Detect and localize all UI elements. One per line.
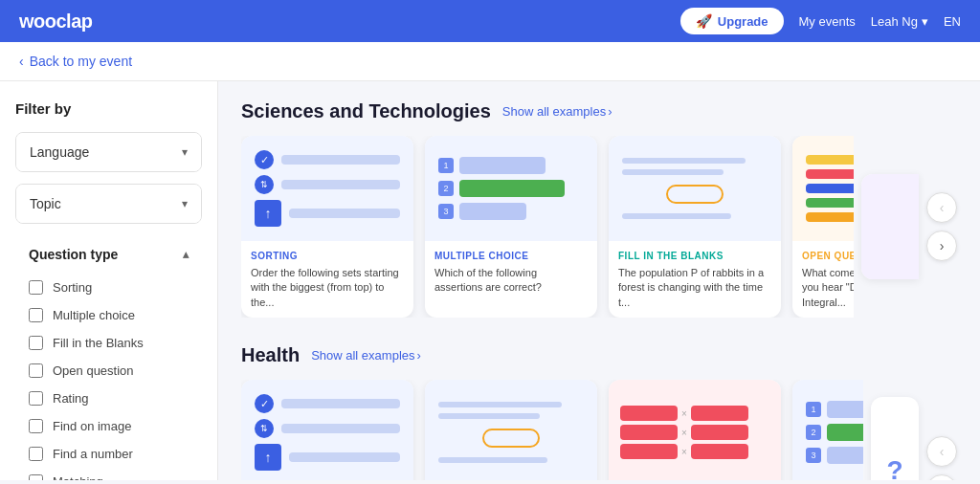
card-visual: 1 2 3 <box>792 380 863 480</box>
my-events-link[interactable]: My events <box>799 14 856 29</box>
chevron-left-icon: ‹ <box>19 54 24 69</box>
arrow-icon: ↑ <box>255 200 281 227</box>
card-visual: × × × <box>609 380 781 480</box>
checkbox-rating[interactable] <box>29 391 43 406</box>
card-description: The population P of rabbits in a forest … <box>618 266 771 310</box>
mc-num: 2 <box>806 425 821 440</box>
card-sorting-sciences[interactable]: ✓ ⇅ ↑ <box>241 136 413 318</box>
language-label: Language <box>30 144 89 160</box>
back-to-event-button[interactable]: ‹ Back to my event <box>19 54 132 69</box>
card-type: MULTIPLE CHOICE <box>434 251 588 261</box>
checkbox-item-find-on-image[interactable]: Find on image <box>15 412 202 440</box>
sciences-show-all[interactable]: Show all examples › <box>502 104 612 119</box>
mc-num: 1 <box>438 158 454 173</box>
card-type: OPEN QUESTION <box>802 251 854 261</box>
carousel-prev-button[interactable]: ‹ <box>926 192 957 223</box>
checkbox-matching[interactable] <box>29 474 43 480</box>
checkbox-list: SortingMultiple choiceFill in the Blanks… <box>15 274 202 480</box>
card-description: Which of the following assertions are co… <box>434 266 588 296</box>
card-info: FILL IN THE BLANKS The population P of r… <box>609 241 781 318</box>
checkbox-label-sorting: Sorting <box>53 280 92 295</box>
content-area: Sciences and Technologies Show all examp… <box>218 81 980 480</box>
language-filter-group: Language ▾ <box>15 132 202 172</box>
checkbox-find-on-image[interactable] <box>29 419 43 433</box>
card-visual <box>792 136 854 241</box>
checkbox-item-matching[interactable]: Matching <box>15 468 202 480</box>
check-icon: ✓ <box>255 150 274 169</box>
updown-icon: ⇅ <box>255 175 274 194</box>
question-type-header[interactable]: Question type ▴ <box>15 235 202 274</box>
topic-label: Topic <box>30 196 61 211</box>
mc-num: 3 <box>438 204 454 219</box>
card-description: What comes to your mind when you hear "D… <box>802 266 854 310</box>
carousel-next-button[interactable]: › <box>926 231 957 261</box>
connector-icon: × <box>681 408 687 419</box>
back-bar: ‹ Back to my event <box>0 42 980 81</box>
card-visual: ✓ ⇅ ↑ <box>241 136 413 241</box>
checkbox-label-find-a-number: Find a number <box>53 447 133 461</box>
topic-filter-header[interactable]: Topic ▾ <box>16 185 201 223</box>
card-matching-health[interactable]: × × × <box>609 380 781 480</box>
connector-icon: × <box>681 447 687 457</box>
card-visual <box>609 136 781 241</box>
user-menu[interactable]: Leah Ng ▾ <box>871 14 928 29</box>
card-sorting-health[interactable]: ✓ ⇅ ↑ <box>241 380 413 480</box>
upgrade-button[interactable]: 🚀 Upgrade <box>680 8 784 34</box>
sciences-cards: ✓ ⇅ ↑ <box>241 136 854 318</box>
checkbox-label-fill-blanks: Fill in the Blanks <box>53 336 144 350</box>
health-cards: ✓ ⇅ ↑ <box>241 380 863 480</box>
checkbox-multiple-choice[interactable] <box>29 308 43 322</box>
card-info: SORTING Order the following sets startin… <box>241 241 413 318</box>
sciences-section-header: Sciences and Technologies Show all examp… <box>241 100 957 122</box>
checkbox-open-question[interactable] <box>29 363 43 378</box>
card-fill-blanks-sciences[interactable]: FILL IN THE BLANKS The population P of r… <box>609 136 781 318</box>
mc-num: 2 <box>438 181 454 196</box>
chevron-down-icon: ▾ <box>182 197 188 210</box>
health-section-header: Health Show all examples › <box>241 344 957 366</box>
card-info: OPEN QUESTION What comes to your mind wh… <box>792 241 854 318</box>
carousel-next-button[interactable]: › <box>926 474 957 480</box>
sciences-title: Sciences and Technologies <box>241 100 491 122</box>
checkbox-item-multiple-choice[interactable]: Multiple choice <box>15 301 202 329</box>
chevron-right-icon: › <box>417 348 421 363</box>
health-title: Health <box>241 344 300 366</box>
chevron-up-icon: ▴ <box>183 248 189 261</box>
chevron-right-icon: › <box>608 104 612 119</box>
carousel-prev-button[interactable]: ‹ <box>926 436 957 467</box>
card-multiple-choice-health[interactable]: 1 2 3 <box>792 380 863 480</box>
checkbox-item-fill-blanks[interactable]: Fill in the Blanks <box>15 329 202 357</box>
health-cards-row: ✓ ⇅ ↑ <box>241 380 957 480</box>
main-layout: Filter by Language ▾ Topic ▾ Question ty… <box>0 81 980 480</box>
arrow-icon: ↑ <box>255 444 281 471</box>
health-show-all[interactable]: Show all examples › <box>311 348 421 363</box>
checkbox-find-a-number[interactable] <box>29 447 43 461</box>
card-visual <box>425 380 597 480</box>
question-type-label: Question type <box>29 247 118 262</box>
mc-num: 3 <box>806 448 821 463</box>
chevron-down-icon: ▾ <box>922 14 928 29</box>
checkbox-item-rating[interactable]: Rating <box>15 385 202 412</box>
card-multiple-choice-sciences[interactable]: 1 2 3 <box>425 136 597 318</box>
language-selector[interactable]: EN <box>944 14 961 29</box>
card-visual: ✓ ⇅ ↑ <box>241 380 413 480</box>
checkbox-sorting[interactable] <box>29 280 43 295</box>
card-visual: 1 2 3 <box>425 136 597 241</box>
label-partial-card: ? <box>871 397 919 480</box>
checkbox-item-find-a-number[interactable]: Find a number <box>15 440 202 468</box>
rocket-icon: 🚀 <box>696 13 712 29</box>
card-fill-blanks-health[interactable]: FILL IN THE BLANKS Complete the sentence… <box>425 380 597 480</box>
checkbox-item-sorting[interactable]: Sorting <box>15 274 202 301</box>
card-type: SORTING <box>251 251 404 261</box>
checkbox-fill-blanks[interactable] <box>29 336 43 350</box>
check-icon: ✓ <box>255 394 274 413</box>
filter-by-title: Filter by <box>15 100 202 117</box>
top-navigation: wooclap 🚀 Upgrade My events Leah Ng ▾ EN <box>0 0 980 42</box>
checkbox-item-open-question[interactable]: Open question <box>15 357 202 385</box>
card-type: FILL IN THE BLANKS <box>618 251 771 261</box>
card-open-question-sciences[interactable]: OPEN QUESTION What comes to your mind wh… <box>792 136 854 318</box>
topnav-right: 🚀 Upgrade My events Leah Ng ▾ EN <box>680 8 961 34</box>
mc-num: 1 <box>806 402 821 417</box>
checkbox-label-find-on-image: Find on image <box>53 419 131 433</box>
updown-icon: ⇅ <box>255 419 274 438</box>
language-filter-header[interactable]: Language ▾ <box>16 133 201 171</box>
